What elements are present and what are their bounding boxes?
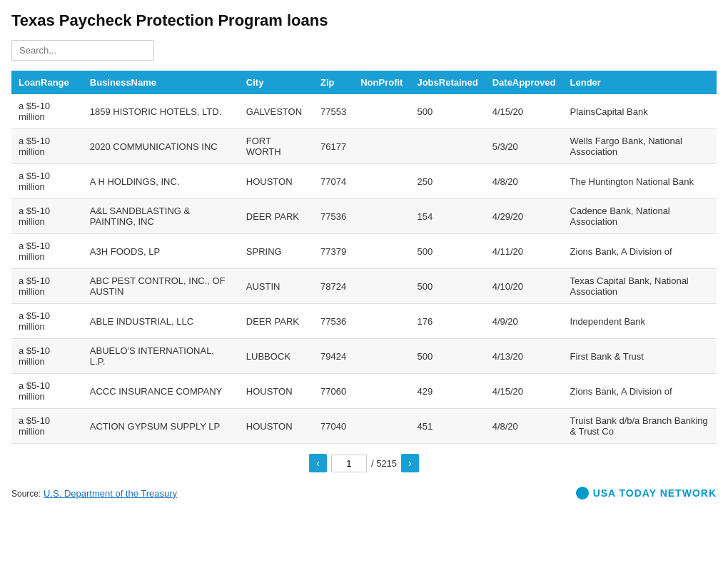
table-cell: ACCC INSURANCE COMPANY (83, 374, 239, 409)
table-cell (353, 234, 410, 269)
table-row: a $5-10 million2020 COMMUNICATIONS INCFO… (11, 129, 717, 164)
table-cell (353, 94, 410, 129)
table-cell: a $5-10 million (11, 269, 83, 304)
table-cell (353, 409, 410, 444)
table-row: a $5-10 millionABUELO'S INTERNATIONAL, L… (11, 339, 717, 374)
search-input[interactable] (11, 40, 154, 61)
table-row: a $5-10 millionACCC INSURANCE COMPANYHOU… (11, 374, 717, 409)
source-attribution: Source: U.S. Department of the Treasury (11, 488, 177, 499)
table-cell: AUSTIN (239, 269, 313, 304)
logo-text: USA TODAY NETWORK (593, 487, 717, 499)
table-cell (410, 129, 485, 164)
table-cell: First Bank & Trust (563, 339, 717, 374)
table-cell: 4/13/20 (485, 339, 563, 374)
table-cell: a $5-10 million (11, 199, 83, 234)
table-cell: 4/8/20 (485, 164, 563, 199)
col-loan-range[interactable]: LoanRange (11, 71, 83, 94)
usa-today-logo: USA TODAY NETWORK (576, 487, 717, 500)
table-row: a $5-10 millionA&L SANDBLASTING & PAINTI… (11, 199, 717, 234)
col-city[interactable]: City (239, 71, 313, 94)
table-cell: ABC PEST CONTROL, INC., OF AUSTIN (83, 269, 239, 304)
table-cell: DEER PARK (239, 304, 313, 339)
table-cell: ABUELO'S INTERNATIONAL, L.P. (83, 339, 239, 374)
page-number-input[interactable] (331, 455, 367, 472)
table-cell: 250 (410, 164, 485, 199)
table-cell: The Huntington National Bank (563, 164, 717, 199)
table-cell: 77379 (313, 234, 353, 269)
table-cell: 4/29/20 (485, 199, 563, 234)
table-cell: a $5-10 million (11, 94, 83, 129)
table-cell: Texas Capital Bank, National Association (563, 269, 717, 304)
table-cell: a $5-10 million (11, 129, 83, 164)
page-title: Texas Paycheck Protection Program loans (11, 11, 717, 30)
table-cell: 79424 (313, 339, 353, 374)
search-container (11, 40, 717, 61)
table-cell (353, 374, 410, 409)
table-cell: Truist Bank d/b/a Branch Banking & Trust… (563, 409, 717, 444)
table-cell: 78724 (313, 269, 353, 304)
table-cell (353, 304, 410, 339)
table-cell: 500 (410, 234, 485, 269)
col-date-approved[interactable]: DateApproved (485, 71, 563, 94)
data-table: LoanRange BusinessName City Zip NonProfi… (11, 71, 717, 444)
table-cell: 500 (410, 94, 485, 129)
next-page-button[interactable]: › (401, 454, 419, 472)
table-row: a $5-10 millionA3H FOODS, LPSPRING773795… (11, 234, 717, 269)
table-cell: ACTION GYPSUM SUPPLY LP (83, 409, 239, 444)
source-label: Source: (11, 489, 41, 499)
table-cell: 77074 (313, 164, 353, 199)
table-cell: DEER PARK (239, 199, 313, 234)
table-cell (353, 164, 410, 199)
pagination: ‹ / 5215 › (11, 454, 717, 472)
table-cell: 500 (410, 339, 485, 374)
table-cell: 4/15/20 (485, 374, 563, 409)
source-link[interactable]: U.S. Department of the Treasury (44, 488, 177, 499)
table-cell: HOUSTON (239, 374, 313, 409)
table-cell: A3H FOODS, LP (83, 234, 239, 269)
table-cell: PlainsCapital Bank (563, 94, 717, 129)
table-cell: 2020 COMMUNICATIONS INC (83, 129, 239, 164)
table-cell: 4/8/20 (485, 409, 563, 444)
table-cell: GALVESTON (239, 94, 313, 129)
table-cell: 451 (410, 409, 485, 444)
table-cell: Cadence Bank, National Association (563, 199, 717, 234)
table-cell: a $5-10 million (11, 164, 83, 199)
table-cell: 4/10/20 (485, 269, 563, 304)
table-cell (353, 269, 410, 304)
table-cell: 77060 (313, 374, 353, 409)
table-cell: 154 (410, 199, 485, 234)
table-cell: Zions Bank, A Division of (563, 234, 717, 269)
table-cell: HOUSTON (239, 164, 313, 199)
header-row: LoanRange BusinessName City Zip NonProfi… (11, 71, 717, 94)
table-cell: A&L SANDBLASTING & PAINTING, INC (83, 199, 239, 234)
table-cell: Independent Bank (563, 304, 717, 339)
table-row: a $5-10 million1859 HISTORIC HOTELS, LTD… (11, 94, 717, 129)
table-cell: 77553 (313, 94, 353, 129)
table-row: a $5-10 millionACTION GYPSUM SUPPLY LPHO… (11, 409, 717, 444)
prev-page-button[interactable]: ‹ (309, 454, 327, 472)
table-cell: FORT WORTH (239, 129, 313, 164)
table-cell: 4/15/20 (485, 94, 563, 129)
table-header: LoanRange BusinessName City Zip NonProfi… (11, 71, 717, 94)
table-cell: 500 (410, 269, 485, 304)
table-row: a $5-10 millionABLE INDUSTRIAL, LLCDEER … (11, 304, 717, 339)
table-cell: 77040 (313, 409, 353, 444)
col-jobs-retained[interactable]: JobsRetained (410, 71, 485, 94)
col-business-name[interactable]: BusinessName (83, 71, 239, 94)
table-cell: a $5-10 million (11, 304, 83, 339)
table-cell: a $5-10 million (11, 409, 83, 444)
logo-circle-icon (576, 487, 589, 500)
table-cell (353, 129, 410, 164)
page-separator: / 5215 (371, 458, 397, 469)
table-cell: 4/11/20 (485, 234, 563, 269)
table-cell: A H HOLDINGS, INC. (83, 164, 239, 199)
table-cell: a $5-10 million (11, 374, 83, 409)
table-row: a $5-10 millionA H HOLDINGS, INC.HOUSTON… (11, 164, 717, 199)
col-lender[interactable]: Lender (563, 71, 717, 94)
table-cell: 176 (410, 304, 485, 339)
table-cell: 77536 (313, 199, 353, 234)
table-cell: 4/9/20 (485, 304, 563, 339)
table-cell: 5/3/20 (485, 129, 563, 164)
col-nonprofit[interactable]: NonProfit (353, 71, 410, 94)
col-zip[interactable]: Zip (313, 71, 353, 94)
